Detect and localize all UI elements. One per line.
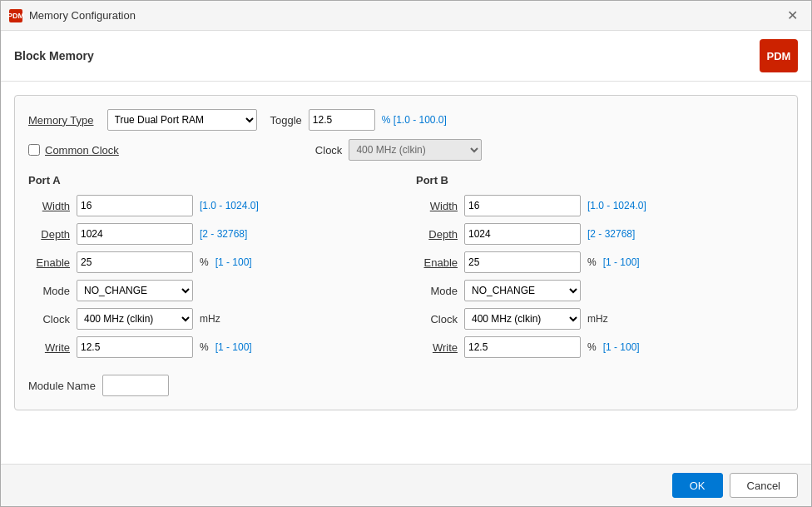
port-b-depth-label: Depth bbox=[416, 228, 458, 241]
port-b-write-label: Write bbox=[416, 341, 458, 354]
module-name-label: Module Name bbox=[28, 380, 96, 392]
port-a-width-label: Width bbox=[28, 200, 70, 212]
top-clock-label: Clock bbox=[315, 144, 343, 157]
port-a-section: Port A Width [1.0 - 1024.0] Depth [2 - 3… bbox=[28, 174, 396, 365]
port-b-width-label: Width bbox=[416, 200, 458, 212]
title-bar: PDM Memory Configuration ✕ bbox=[1, 1, 811, 31]
top-controls-row1: Memory Type True Dual Port RAM Simple Du… bbox=[28, 109, 784, 131]
port-b-depth-row: Depth [2 - 32768] bbox=[416, 223, 784, 245]
port-a-write-hint: [1 - 100] bbox=[215, 341, 252, 353]
port-a-depth-label: Depth bbox=[28, 228, 70, 241]
port-a-write-input[interactable] bbox=[77, 336, 193, 358]
port-b-write-input[interactable] bbox=[464, 336, 581, 358]
port-b-mode-label: Mode bbox=[416, 285, 458, 297]
close-button[interactable]: ✕ bbox=[781, 5, 803, 27]
port-a-width-row: Width [1.0 - 1024.0] bbox=[28, 195, 396, 216]
port-a-title: Port A bbox=[28, 174, 396, 186]
top-controls-row2: Common Clock Clock 400 MHz (clkin) bbox=[28, 139, 784, 161]
port-b-clock-select[interactable]: 400 MHz (clkin) bbox=[464, 308, 581, 330]
main-content: Memory Type True Dual Port RAM Simple Du… bbox=[1, 82, 811, 464]
main-panel: Memory Type True Dual Port RAM Simple Du… bbox=[14, 95, 798, 410]
port-b-title: Port B bbox=[416, 174, 784, 186]
pdm-logo: PDM bbox=[760, 39, 798, 72]
ports-container: Port A Width [1.0 - 1024.0] Depth [2 - 3… bbox=[28, 174, 784, 365]
port-b-enable-unit: % bbox=[587, 256, 597, 268]
port-b-depth-hint: [2 - 32768] bbox=[587, 228, 635, 240]
port-b-section: Port B Width [1.0 - 1024.0] Depth [2 - 3… bbox=[416, 174, 784, 365]
port-a-enable-row: Enable % [1 - 100] bbox=[28, 251, 396, 273]
port-a-mode-select[interactable]: NO_CHANGE READ_FIRST WRITE_FIRST bbox=[77, 280, 193, 301]
port-b-enable-input[interactable] bbox=[464, 251, 581, 273]
memory-config-dialog: PDM Memory Configuration ✕ Block Memory … bbox=[0, 0, 812, 507]
toggle-hint: % [1.0 - 100.0] bbox=[382, 114, 447, 126]
common-clock-label: Common Clock bbox=[45, 144, 119, 157]
port-a-write-label: Write bbox=[28, 341, 70, 354]
port-b-mode-select[interactable]: NO_CHANGE READ_FIRST WRITE_FIRST bbox=[464, 280, 581, 301]
port-a-depth-input[interactable] bbox=[77, 223, 193, 245]
title-bar-left: PDM Memory Configuration bbox=[9, 9, 136, 22]
port-a-clock-unit: mHz bbox=[200, 313, 220, 325]
top-clock-select[interactable]: 400 MHz (clkin) bbox=[349, 139, 482, 161]
pdm-title-icon: PDM bbox=[9, 9, 22, 22]
toggle-row: Toggle % [1.0 - 100.0] bbox=[270, 109, 447, 131]
common-clock-checkbox[interactable] bbox=[28, 144, 40, 156]
port-a-clock-label: Clock bbox=[28, 313, 70, 326]
port-a-depth-row: Depth [2 - 32768] bbox=[28, 223, 396, 245]
port-b-clock-unit: mHz bbox=[587, 313, 608, 325]
common-clock-row: Common Clock bbox=[28, 144, 119, 157]
ok-button[interactable]: OK bbox=[672, 473, 723, 498]
port-a-width-input[interactable] bbox=[77, 195, 193, 216]
memory-type-select[interactable]: True Dual Port RAM Simple Dual Port RAM … bbox=[107, 109, 257, 131]
module-name-row: Module Name bbox=[28, 375, 784, 396]
port-a-mode-row: Mode NO_CHANGE READ_FIRST WRITE_FIRST bbox=[28, 280, 396, 301]
port-a-enable-input[interactable] bbox=[77, 251, 193, 273]
port-b-enable-row: Enable % [1 - 100] bbox=[416, 251, 784, 273]
port-a-width-hint: [1.0 - 1024.0] bbox=[200, 200, 259, 211]
port-a-clock-row: Clock 400 MHz (clkin) mHz bbox=[28, 308, 396, 330]
port-a-enable-label: Enable bbox=[28, 256, 70, 269]
port-b-clock-label: Clock bbox=[416, 313, 458, 326]
port-b-write-row: Write % [1 - 100] bbox=[416, 336, 784, 358]
toggle-label: Toggle bbox=[270, 114, 302, 127]
header-bar: Block Memory PDM bbox=[1, 31, 811, 82]
port-b-depth-input[interactable] bbox=[464, 223, 581, 245]
port-a-write-unit: % bbox=[200, 341, 209, 353]
port-a-mode-label: Mode bbox=[28, 285, 70, 297]
port-b-mode-row: Mode NO_CHANGE READ_FIRST WRITE_FIRST bbox=[416, 280, 784, 301]
cancel-button[interactable]: Cancel bbox=[730, 473, 798, 498]
port-b-clock-row: Clock 400 MHz (clkin) mHz bbox=[416, 308, 784, 330]
port-a-depth-hint: [2 - 32768] bbox=[200, 228, 247, 240]
port-a-write-row: Write % [1 - 100] bbox=[28, 336, 396, 358]
port-a-clock-select[interactable]: 400 MHz (clkin) bbox=[77, 308, 193, 330]
top-clock-row: Clock 400 MHz (clkin) bbox=[315, 139, 483, 161]
port-b-write-unit: % bbox=[587, 341, 597, 353]
toggle-input[interactable] bbox=[309, 109, 375, 131]
block-title: Block Memory bbox=[14, 49, 94, 62]
port-a-enable-hint: [1 - 100] bbox=[215, 256, 252, 268]
module-name-input[interactable] bbox=[102, 375, 169, 396]
port-b-enable-hint: [1 - 100] bbox=[603, 256, 640, 268]
port-b-write-hint: [1 - 100] bbox=[603, 341, 640, 353]
memory-type-label: Memory Type bbox=[28, 114, 94, 127]
port-b-enable-label: Enable bbox=[416, 256, 458, 269]
dialog-title: Memory Configuration bbox=[29, 9, 136, 22]
footer: OK Cancel bbox=[1, 464, 811, 506]
port-b-width-hint: [1.0 - 1024.0] bbox=[587, 200, 646, 211]
port-a-enable-unit: % bbox=[200, 256, 209, 268]
port-b-width-row: Width [1.0 - 1024.0] bbox=[416, 195, 784, 216]
port-b-width-input[interactable] bbox=[464, 195, 581, 216]
